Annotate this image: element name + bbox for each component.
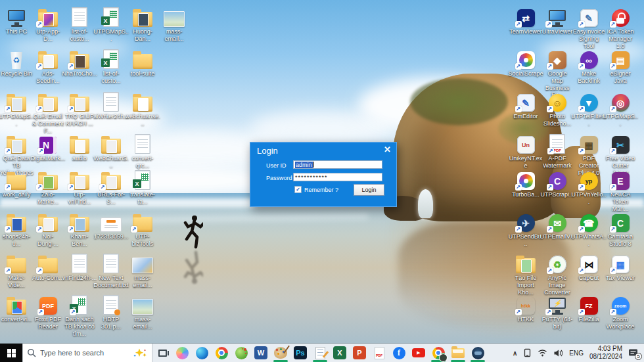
- desktop-icon-htkk[interactable]: htkk↗HTKK: [510, 293, 541, 323]
- desktop-icon-emeditor[interactable]: ✎↗EmEditor: [510, 90, 541, 120]
- desktop-icon-utpwhatsa[interactable]: ☎↗UTPWhatsA...: [573, 210, 605, 248]
- desktop-icon-tax-viewer[interactable]: ▦↗Tax Viewer: [605, 252, 636, 282]
- taskbar-file-explorer-icon[interactable]: [448, 344, 468, 362]
- desktop-icon-convert-qrc[interactable]: convert-qrc...: [127, 132, 158, 170]
- desktop-icon-tool-suite[interactable]: tool-suite: [127, 47, 158, 78]
- device-sync-icon[interactable]: [523, 348, 532, 357]
- user-id-input[interactable]: admin: [293, 160, 382, 169]
- desktop-icon-ica-token-manager-1-0[interactable]: ↗ICA Token Manager 1.0: [605, 5, 636, 49]
- desktop-icon-danh-s-ch-tb-kh-a-c-t-m[interactable]: X↗Danh sách TB khóa cổ tìm...: [64, 293, 95, 337]
- speaker-icon[interactable]: [553, 349, 563, 357]
- desktop-icon-tr-gi-p-kh-ch[interactable]: ↗TRỢ GIÚP KHÁCH ...: [64, 90, 95, 127]
- desktop-icon-vnfind24h[interactable]: vnFind24h-...: [64, 252, 95, 282]
- taskbar-facebook-icon[interactable]: f: [389, 344, 409, 362]
- desktop-icon-make-backlink[interactable]: ∞↗Make Backlink: [573, 47, 605, 85]
- start-button[interactable]: [0, 344, 22, 362]
- notification-center-icon[interactable]: 5: [628, 348, 638, 357]
- taskbar-chrome-icon[interactable]: [212, 344, 231, 362]
- desktop-icon-easyinvoice-signing-tool[interactable]: ✎↗EasyInvoice Signing Tool: [573, 5, 605, 49]
- taskbar-pdf-reader-icon[interactable]: PDF: [369, 344, 389, 362]
- desktop-icon-audio[interactable]: audio: [64, 132, 95, 162]
- desktop-icon-utp-app-d[interactable]: ↗Utp-App-D...: [32, 5, 64, 43]
- desktop-icon-utp-vnfind[interactable]: ↗Utp-vnFind...: [64, 168, 95, 206]
- taskbar-chrome-profile-icon[interactable]: [428, 344, 448, 362]
- desktop-icon-a-pdf-watermark[interactable]: PDF↗A-PDF Watermark: [541, 132, 573, 170]
- show-hidden-icons-chevron[interactable]: ∧: [513, 350, 517, 357]
- desktop-icon-webchuans[interactable]: WebChuanS...: [95, 132, 127, 170]
- desktop-icon-webchuanse[interactable]: webchuanse...: [127, 90, 158, 127]
- password-input[interactable]: ***********: [293, 173, 382, 181]
- taskbar-powerpoint-icon[interactable]: P: [350, 344, 369, 362]
- desktop-icon-kham-ben[interactable]: ↗Kham-Ben...: [64, 210, 95, 248]
- desktop-icon-noi-dung[interactable]: ↗Noi-Dung-...: [32, 210, 64, 248]
- desktop-icon-unikeynt-exe[interactable]: UnUnikeyNT.exe: [510, 132, 541, 170]
- desktop-icon-qu-t-email-comment-f[interactable]: ↗Quét Email & Comment F...: [32, 90, 64, 134]
- login-button[interactable]: Login: [354, 184, 384, 196]
- desktop-icon-make-vide[interactable]: ↗Make-Vide...: [1, 252, 32, 289]
- desktop-icon-digitalmark[interactable]: N↗DigitalMark...: [32, 132, 64, 162]
- taskbar-task-view-icon[interactable]: [152, 344, 172, 362]
- desktop-icon-172313059[interactable]: 172313059...: [95, 210, 127, 240]
- desktop-icon-auto-com[interactable]: ↗Auto-Com...: [32, 252, 64, 282]
- desktop-icon-photo-slidesho[interactable]: ☺↗Photo Slidesho...: [541, 90, 573, 127]
- desktop-icon-nhatrocho[interactable]: ↗NhaTroCho...: [64, 47, 95, 78]
- taskbar-copilot-icon[interactable]: [172, 344, 192, 362]
- desktop-icon-esigner-java[interactable]: ▤↗eSigner Java: [605, 47, 636, 85]
- desktop-icon-ultraviewer[interactable]: ↗UltraViewer: [541, 5, 573, 35]
- language-indicator[interactable]: ENG: [569, 350, 584, 357]
- desktop-icon-putty-64-bit[interactable]: ⚡↗PuTTY (64-bit): [541, 293, 573, 330]
- close-icon[interactable]: ✕: [384, 145, 391, 154]
- desktop-icon-utpvnyello[interactable]: yp↗UTPVnYello...: [573, 168, 605, 206]
- desktop-icon-filezilla[interactable]: FZ↗FileZilla: [573, 293, 605, 323]
- desktop-icon-utpgmaps[interactable]: ↗UTPGMapS...: [1, 90, 32, 127]
- desktop-icon-hdtp-301-p[interactable]: HDTP 301.p...: [95, 293, 127, 330]
- desktop-icon-mass-email[interactable]: mass-email...: [127, 293, 158, 330]
- desktop-icon-utpscrapi[interactable]: C↗UTPScrapi...: [541, 168, 573, 198]
- wifi-icon[interactable]: [538, 349, 547, 357]
- search-box[interactable]: Type here to search: [22, 344, 152, 362]
- taskbar-notepad-document-icon[interactable]: [310, 344, 330, 362]
- taskbar-photo-editor-icon[interactable]: [271, 344, 290, 362]
- desktop-icon-zalo-marke[interactable]: ↗Zalo-Marke...: [32, 168, 64, 206]
- taskbar-photoshop-icon[interactable]: Ps: [290, 344, 310, 362]
- desktop-icon-new-text-document-txt[interactable]: New Text Document.txt: [95, 252, 127, 289]
- taskbar-word-icon[interactable]: W: [251, 344, 271, 362]
- desktop-icon-convert-vi[interactable]: convert-vi...: [1, 293, 32, 323]
- desktop-icon-this-pc[interactable]: This PC: [1, 5, 32, 35]
- desktop-icon-zoom-workplace[interactable]: zoom↗Zoom Workplace: [605, 293, 636, 330]
- desktop-icon-work-daily[interactable]: ↗work_daily: [1, 168, 32, 198]
- desktop-icon-newca-token-man[interactable]: E↗NewCA Token Man...: [605, 168, 636, 212]
- desktop-icon-utpgmaps[interactable]: ◎↗UTPGMapS...: [605, 90, 636, 127]
- desktop-icon-translate-ta[interactable]: Xtranslate-ta...: [127, 168, 158, 206]
- desktop-icon-utptelfilter[interactable]: ▼↗UTPTelFilter...: [573, 90, 605, 127]
- desktop-icon-list-of-custo[interactable]: list-of-custo...: [64, 5, 95, 43]
- taskbar-login-app-icon[interactable]: [468, 344, 488, 362]
- taskbar-seeding-tool-icon[interactable]: [231, 344, 251, 362]
- desktop-icon-capcut[interactable]: ⋈↗CapCut: [573, 252, 605, 282]
- desktop-icon-mass-email[interactable]: mass-email...: [127, 252, 158, 289]
- desktop-icon-list-of-custo[interactable]: Xlist-of-custo...: [95, 47, 127, 85]
- desktop-icon-ads-seedin[interactable]: ↗Ads-Seedin...: [32, 47, 64, 85]
- taskbar-youtube-icon[interactable]: ▶: [409, 344, 428, 362]
- desktop-icon-utpsendbu[interactable]: ✈↗UTPSendBu...: [510, 210, 541, 248]
- desktop-icon-camtasia-studio-8[interactable]: C↗Camtasia Studio 8: [605, 210, 636, 248]
- clock[interactable]: 4:03 PM 08/12/2024: [589, 345, 622, 361]
- desktop-icon-t-o-file-import-kho[interactable]: Tạo File Import Kho...: [510, 252, 541, 296]
- taskbar-excel-icon[interactable]: X: [330, 344, 350, 362]
- desktop-icon-aiwriter24h[interactable]: aiWriter24h...: [95, 90, 127, 120]
- desktop-icon-teamviewer[interactable]: ⇄↗TeamViewer: [510, 5, 541, 35]
- remember-checkbox[interactable]: ✓ Remember ?: [294, 186, 338, 193]
- desktop-icon-shops24h-u[interactable]: ↗shops24h-u...: [1, 210, 32, 248]
- desktop-icon-mass-email[interactable]: mass-email...: [158, 5, 190, 43]
- desktop-icon-urls-for-s[interactable]: ↗URLs-For-S...: [95, 168, 127, 206]
- desktop-icon-huong-dan[interactable]: Huong-Dan...: [127, 5, 158, 43]
- taskbar-edge-icon[interactable]: [192, 344, 212, 362]
- desktop-icon-utpemailv[interactable]: ✉↗UTPEmailV...: [541, 210, 573, 240]
- desktop-icon-recycle-bin[interactable]: ♻Recycle Bin: [1, 47, 32, 78]
- desktop-icon-foxit-pdf-reader[interactable]: PDF↗Foxit PDF Reader: [32, 293, 64, 330]
- desktop-icon-utpgmaps[interactable]: XUTPGMapS...: [95, 5, 127, 43]
- desktop-icon-turboba[interactable]: ↗TurboBa...: [510, 168, 541, 198]
- desktop-icon-socialscrape[interactable]: ↗SocialScrape: [510, 47, 541, 78]
- desktop-icon-anypic-image-converter[interactable]: ♻↗AnyPic Image Converter: [541, 252, 573, 296]
- desktop-icon-utp-biztools[interactable]: ↗UTP-bizTools: [127, 210, 158, 248]
